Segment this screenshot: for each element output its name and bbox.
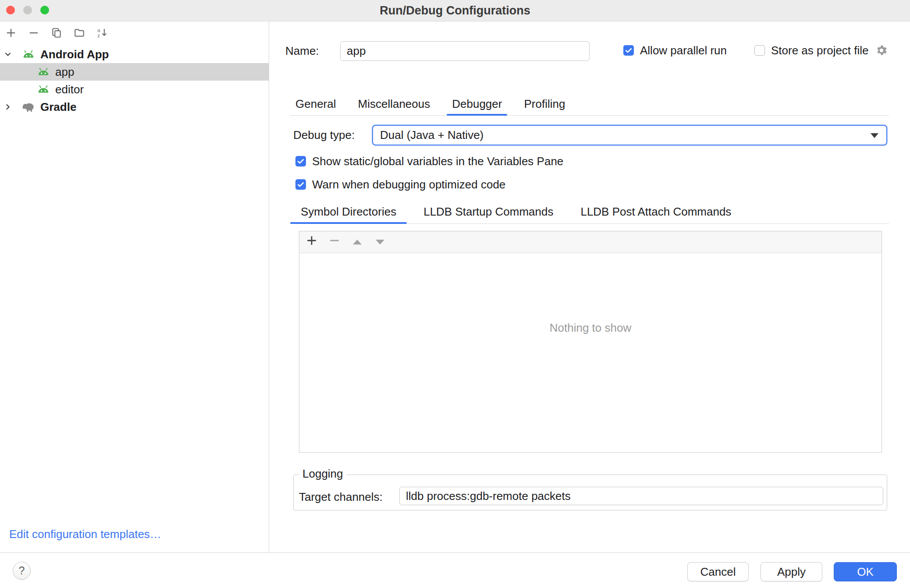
- tab-profiling[interactable]: Profiling: [519, 93, 570, 115]
- sort-configurations-button[interactable]: a z: [95, 26, 110, 42]
- settings-gear-icon[interactable]: [875, 44, 888, 57]
- sort-az-icon: a z: [96, 27, 108, 42]
- tab-miscellaneous[interactable]: Miscellaneous: [353, 93, 436, 115]
- add-symbol-directory-button[interactable]: [305, 236, 318, 249]
- lldb-subtabs: Symbol Directories LLDB Startup Commands…: [290, 200, 889, 224]
- target-channels-input[interactable]: [399, 487, 883, 505]
- show-static-variables-row: Show static/global variables in the Vari…: [295, 154, 563, 169]
- minus-icon: [329, 235, 340, 249]
- close-window-button[interactable]: [6, 6, 15, 14]
- tab-general[interactable]: General: [290, 93, 341, 115]
- tree-item-label: app: [55, 65, 74, 79]
- show-static-variables-checkbox[interactable]: [295, 156, 306, 166]
- minimize-window-button[interactable]: [23, 6, 32, 14]
- plus-icon: [306, 235, 317, 249]
- sidebar-toolbar: a z: [4, 26, 110, 42]
- remove-configuration-button[interactable]: [26, 26, 41, 42]
- logging-group: Logging Target channels:: [293, 475, 887, 510]
- symbol-directories-panel: Nothing to show: [299, 231, 882, 453]
- remove-symbol-directory-button[interactable]: [328, 236, 341, 249]
- allow-parallel-run-label: Allow parallel run: [640, 43, 727, 58]
- move-up-button[interactable]: [351, 236, 364, 249]
- tree-item-label: editor: [55, 83, 84, 96]
- debug-type-select[interactable]: Dual (Java + Native): [372, 125, 887, 145]
- chevron-right-icon[interactable]: [0, 103, 16, 111]
- store-as-project-file-row: Store as project file: [754, 43, 888, 58]
- tree-item-label: Gradle: [40, 100, 76, 114]
- new-folder-button[interactable]: [72, 26, 87, 42]
- zoom-window-button[interactable]: [40, 6, 49, 14]
- debug-type-value: Dual (Java + Native): [380, 128, 483, 142]
- allow-parallel-run-row: Allow parallel run: [623, 43, 727, 58]
- android-icon: [35, 67, 52, 76]
- chevron-down-icon[interactable]: [0, 50, 16, 59]
- minus-icon: [28, 27, 39, 42]
- subtab-lldb-startup-commands[interactable]: LLDB Startup Commands: [413, 200, 564, 223]
- logging-legend: Logging: [299, 467, 347, 481]
- android-icon: [20, 50, 37, 59]
- android-icon: [35, 85, 52, 94]
- name-label: Name:: [285, 43, 319, 58]
- folder-icon: [74, 27, 85, 42]
- chevron-down-icon: [871, 133, 878, 138]
- tree-item-editor[interactable]: editor: [0, 81, 269, 98]
- configurations-tree: Android App app: [0, 46, 269, 116]
- allow-parallel-run-checkbox[interactable]: [623, 45, 634, 56]
- tab-debugger[interactable]: Debugger: [447, 93, 507, 115]
- help-button[interactable]: ?: [13, 562, 31, 580]
- debug-type-label: Debug type:: [293, 128, 355, 142]
- copy-configuration-button[interactable]: [49, 26, 64, 42]
- name-input[interactable]: [340, 41, 590, 61]
- dialog-footer: ? Cancel Apply OK: [0, 553, 910, 588]
- tree-item-gradle[interactable]: Gradle: [0, 98, 269, 116]
- sidebar: a z: [0, 21, 269, 553]
- edit-configuration-templates-link[interactable]: Edit configuration templates…: [9, 527, 161, 542]
- window-title: Run/Debug Configurations: [380, 4, 530, 18]
- symbol-directories-toolbar: [299, 231, 882, 253]
- apply-button[interactable]: Apply: [761, 562, 822, 581]
- gradle-elephant-icon: [20, 102, 37, 112]
- store-as-project-file-label: Store as project file: [771, 43, 869, 58]
- tree-item-app[interactable]: app: [0, 63, 269, 81]
- warn-optimized-checkbox[interactable]: [295, 179, 306, 190]
- tree-item-label: Android App: [40, 48, 109, 61]
- triangle-down-icon: [376, 240, 384, 244]
- store-as-project-file-checkbox[interactable]: [754, 45, 765, 56]
- warn-optimized-label: Warn when debugging optimized code: [312, 177, 505, 192]
- svg-text:z: z: [97, 33, 100, 38]
- subtab-lldb-post-attach-commands[interactable]: LLDB Post Attach Commands: [570, 200, 742, 223]
- window-titlebar: Run/Debug Configurations: [0, 0, 910, 21]
- target-channels-label: Target channels:: [299, 489, 383, 504]
- empty-state-text: Nothing to show: [299, 253, 882, 335]
- svg-text:a: a: [97, 28, 100, 33]
- copy-icon: [51, 27, 62, 42]
- triangle-up-icon: [353, 240, 362, 244]
- config-tabs: General Miscellaneous Debugger Profiling: [290, 93, 889, 116]
- run-debug-configurations-dialog: Run/Debug Configurations: [0, 0, 910, 588]
- subtab-symbol-directories[interactable]: Symbol Directories: [290, 200, 407, 223]
- add-configuration-button[interactable]: [4, 26, 18, 42]
- warn-optimized-row: Warn when debugging optimized code: [295, 177, 505, 192]
- tree-item-android-app[interactable]: Android App: [0, 46, 269, 63]
- show-static-variables-label: Show static/global variables in the Vari…: [312, 154, 563, 169]
- plus-icon: [5, 27, 17, 42]
- cancel-button[interactable]: Cancel: [687, 562, 749, 581]
- move-down-button[interactable]: [373, 236, 387, 249]
- ok-button[interactable]: OK: [834, 562, 897, 581]
